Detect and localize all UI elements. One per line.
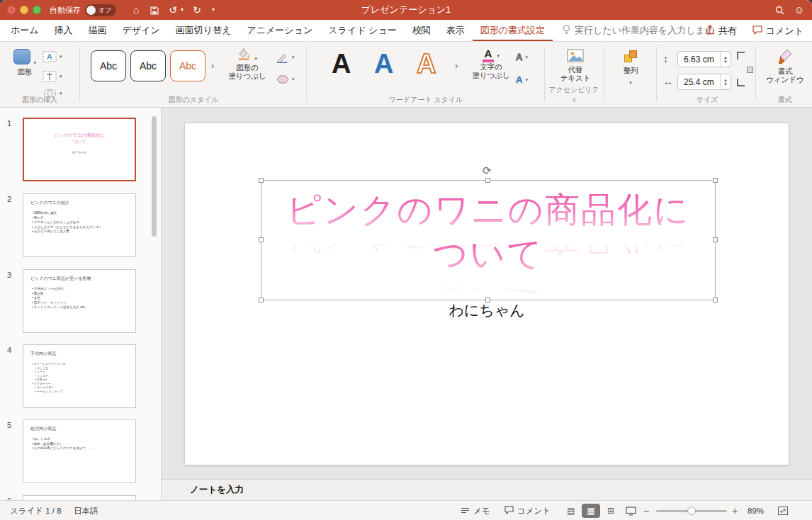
text-fill-button[interactable]: A ▾ 文字の 塗りつぶし xyxy=(469,47,513,79)
shape-style-preview-2[interactable]: Abc xyxy=(130,50,166,81)
textbox-button[interactable]: A ▾ xyxy=(43,50,62,63)
text-outline-button[interactable]: A ▾ xyxy=(516,52,528,62)
insert-shape-button[interactable]: ▾ 図形 xyxy=(10,49,40,76)
tab-review[interactable]: 校閲 xyxy=(405,20,439,41)
shape-width-field[interactable]: 25.4 cm ▲▼ xyxy=(677,74,731,90)
group-separator xyxy=(604,47,604,101)
panel-scrollbar[interactable] xyxy=(152,116,157,237)
shape-outline-button[interactable]: ▾ xyxy=(276,52,295,63)
width-stepper[interactable]: ▲▼ xyxy=(720,74,731,89)
arrange-button[interactable]: 整列 ▾ xyxy=(612,50,649,87)
shape-icon xyxy=(13,49,30,64)
group-separator xyxy=(306,47,307,101)
shape-styles-gallery-expander[interactable]: › xyxy=(211,60,214,71)
notes-toggle-button[interactable]: メモ xyxy=(461,501,490,520)
subtitle-text[interactable]: わにちゃん xyxy=(185,300,789,320)
outline-view-button[interactable]: ▤ xyxy=(562,504,580,518)
shape-style-preview-3[interactable]: Abc xyxy=(170,50,205,81)
shape-height-field[interactable]: 6.63 cm ▲▼ xyxy=(677,51,731,67)
thumbnail-box[interactable]: ピンクのワニ商品が受ける客層 • 子供向け（〜小学生） • 気分屋 • 女性 •… xyxy=(23,269,136,333)
chevron-down-icon: ▾ xyxy=(254,56,257,61)
corner-bottom-icon[interactable] xyxy=(737,79,745,86)
slide-thumbnail-6[interactable]: 6 その他 xyxy=(0,495,162,500)
fit-slide-icon[interactable] xyxy=(778,501,788,520)
title-textbox[interactable]: ⟳ ピンクのワニの商品化に ついて xyxy=(261,180,716,300)
normal-view-button[interactable]: ▦ xyxy=(582,504,600,518)
wordart-style-blue[interactable]: A xyxy=(374,49,393,79)
format-pane-button[interactable]: 書式 ウィンドウ xyxy=(765,49,805,84)
autosave-toggle[interactable]: オフ xyxy=(85,4,116,16)
wordart-title: ピンクのワニの商品化に ついて xyxy=(261,181,715,300)
account-icon[interactable]: ☺ xyxy=(792,4,806,16)
comments-button[interactable]: コメント xyxy=(752,25,803,38)
tab-insert[interactable]: 挿入 xyxy=(47,20,81,41)
share-button[interactable]: 共有 xyxy=(705,25,737,38)
zoom-out-button[interactable]: − xyxy=(643,501,649,520)
maximize-button[interactable] xyxy=(33,6,41,14)
text-fill-icon: A xyxy=(483,48,494,62)
vertical-textbox-button[interactable]: ▾ xyxy=(43,70,62,83)
tab-slideshow[interactable]: スライド ショー xyxy=(320,20,404,41)
save-icon[interactable] xyxy=(147,5,162,18)
comments-toggle-button[interactable]: コメント xyxy=(504,501,551,520)
tab-transitions[interactable]: 画面切り替え xyxy=(168,20,239,41)
thumbnail-box[interactable]: ピンクのワニの紹介 • 1999年春に誕生 • 男の子 • ワニコミといわれたこ… xyxy=(23,193,136,257)
slide-number: 4 xyxy=(7,346,11,354)
thumbnail-box[interactable]: 子供向け商品 • ステーショナリーグッズ • けしごむ • ノート • ハンカチ… xyxy=(23,344,136,408)
svg-text:A: A xyxy=(47,52,52,61)
tell-me-box[interactable]: 実行したい作業内容を入力します xyxy=(563,20,714,41)
zoom-in-button[interactable]: + xyxy=(732,501,738,520)
tab-design[interactable]: デザイン xyxy=(115,20,168,41)
language-button[interactable]: 日本語 xyxy=(74,501,98,520)
tab-animations[interactable]: アニメーション xyxy=(239,20,320,41)
text-effects-icon: A xyxy=(516,74,522,85)
zoom-slider-thumb[interactable] xyxy=(687,507,696,515)
slide-canvas[interactable]: ⟳ ピンクのワニの商品化に ついて わにちゃん xyxy=(184,123,789,465)
slide-thumbnail-5[interactable]: 5 幼児向け商品 • ぬいぐるみ • 絵本（読み聞かせ） • その他玩具にピンク… xyxy=(0,419,162,485)
tab-draw[interactable]: 描画 xyxy=(81,20,115,41)
slideshow-button[interactable] xyxy=(621,504,640,518)
minimize-button[interactable] xyxy=(20,6,28,14)
arrange-icon xyxy=(624,50,638,63)
thumbnail-box[interactable]: ピンクのワニの商品化に ついて わにちゃん xyxy=(23,118,136,181)
thumbnail-box[interactable]: その他 xyxy=(23,495,136,500)
text-effects-button[interactable]: A ▾ xyxy=(516,74,528,85)
thumb-bullets: • ステーショナリーグッズ • けしごむ • ノート • ハンカチ • 文具 e… xyxy=(32,362,132,393)
alt-text-button[interactable]: 代替 テキスト xyxy=(556,49,595,82)
powerpoint-window: × 自動保存 オフ ⌂ ↺ ▾ ↻ ▾ プレゼンテーション1 ☺ ホーム 挿入 … xyxy=(0,0,812,520)
thumb-title: 子供向け商品 xyxy=(30,351,131,357)
tab-view[interactable]: 表示 xyxy=(439,20,473,41)
thumbnail-box[interactable]: 幼児向け商品 • ぬいぐるみ • 絵本（読み聞かせ） • その他玩具にピンクのワ… xyxy=(23,419,136,483)
zoom-level[interactable]: 89% xyxy=(748,501,764,520)
thumb-title: ピンクのワニの紹介 xyxy=(30,200,131,206)
home-icon[interactable]: ⌂ xyxy=(129,4,143,16)
picture-icon xyxy=(567,52,584,64)
slide-thumbnail-4[interactable]: 4 子供向け商品 • ステーショナリーグッズ • けしごむ • ノート • ハン… xyxy=(0,344,162,409)
wordart-gallery-expander[interactable]: › xyxy=(455,60,458,71)
wordart-style-orange[interactable]: A xyxy=(417,49,436,79)
redo-icon[interactable]: ↻ xyxy=(190,4,204,16)
height-stepper[interactable]: ▲▼ xyxy=(720,52,731,67)
rotation-handle[interactable]: ⟳ xyxy=(483,164,492,177)
shape-style-preview-1[interactable]: Abc xyxy=(91,50,126,81)
shape-fill-button[interactable]: ▾ 図形の 塗りつぶし xyxy=(225,47,269,80)
thumb-bullets: • ぬいぐるみ • 絵本（読み聞かせ） • その他玩具にピンクのワニを加えて。。… xyxy=(32,437,132,451)
shape-effects-button[interactable]: ▾ xyxy=(276,74,295,84)
slide-thumbnail-1[interactable]: 1 ピンクのワニの商品化に ついて わにちゃん xyxy=(0,118,162,183)
slide-thumbnail-2[interactable]: 2 ピンクのワニの紹介 • 1999年春に誕生 • 男の子 • ワニコミといわれ… xyxy=(0,193,162,259)
slide-sorter-button[interactable]: ⊞ xyxy=(602,504,620,518)
notes-area[interactable]: ノートを入力 xyxy=(162,479,812,500)
tab-home[interactable]: ホーム xyxy=(3,20,47,41)
search-icon[interactable] xyxy=(772,5,786,18)
titlebar: × 自動保存 オフ ⌂ ↺ ▾ ↻ ▾ プレゼンテーション1 ☺ xyxy=(0,0,812,20)
lock-aspect-icon[interactable] xyxy=(747,67,753,73)
slide-thumbnail-3[interactable]: 3 ピンクのワニ商品が受ける客層 • 子供向け（〜小学生） • 気分屋 • 女性… xyxy=(0,269,162,334)
zoom-slider[interactable] xyxy=(656,510,727,512)
wordart-style-black[interactable]: A xyxy=(332,49,351,79)
close-button[interactable]: × xyxy=(7,6,16,14)
tab-shape-format[interactable]: 図形の書式設定 xyxy=(473,20,553,41)
undo-dropdown-icon[interactable]: ▾ xyxy=(179,4,186,16)
undo-icon[interactable]: ↺ xyxy=(166,4,180,16)
toggle-knob xyxy=(86,6,96,15)
corner-top-icon[interactable] xyxy=(737,52,745,60)
